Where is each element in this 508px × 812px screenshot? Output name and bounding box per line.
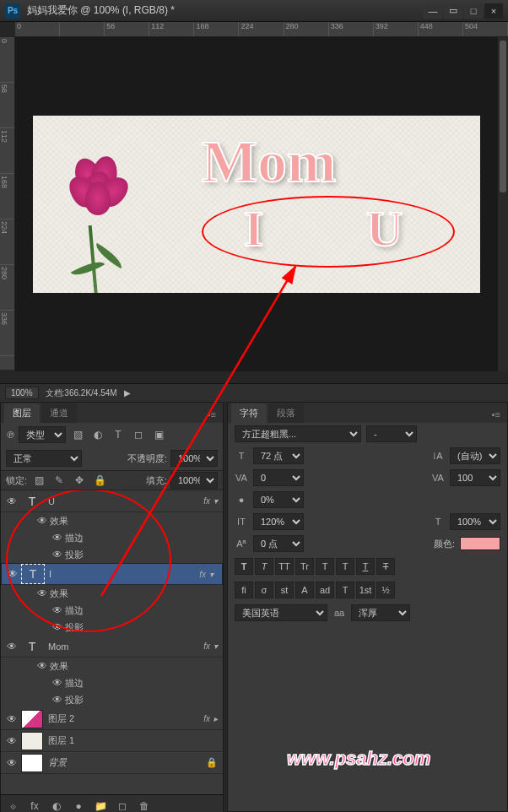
vertical-scrollbar[interactable]: [498, 37, 508, 371]
opacity-select[interactable]: 100%: [170, 450, 218, 467]
layer-name[interactable]: I: [44, 569, 199, 579]
lock-pos-icon[interactable]: ✥: [71, 473, 88, 488]
swash-btn[interactable]: A: [295, 582, 314, 598]
scale-select[interactable]: 0%: [253, 491, 304, 508]
strike-btn[interactable]: T: [376, 558, 395, 575]
layers-bottom-bar: ⟐ fx ◐ ● 📁 ◻ 🗑: [1, 794, 223, 812]
fill-select[interactable]: 100%: [170, 472, 218, 489]
titling-btn[interactable]: T: [336, 582, 354, 598]
layer-name[interactable]: 图层 2: [43, 712, 203, 725]
stylistic-btn[interactable]: ad: [316, 582, 334, 598]
visibility-icon[interactable]: 👁: [4, 735, 19, 747]
effect-shadow[interactable]: 👁投影: [1, 691, 223, 708]
hscale-icon: T: [431, 517, 445, 527]
vscale-select[interactable]: 120%: [253, 513, 304, 530]
visibility-icon[interactable]: 👁: [4, 757, 19, 769]
layer-u[interactable]: 👁 T U fx▾: [1, 490, 223, 512]
layer-name[interactable]: 图层 1: [43, 734, 223, 747]
app-logo: Ps: [5, 3, 20, 19]
baseline-select[interactable]: 0 点: [253, 535, 304, 552]
layer-name[interactable]: U: [43, 496, 203, 506]
layer-i[interactable]: 👁 T I fx▾: [1, 563, 223, 585]
opentype-row: fi σ st A ad T 1st ½: [228, 578, 507, 602]
close-button[interactable]: ×: [484, 3, 503, 19]
color-swatch[interactable]: [460, 537, 500, 550]
minimize-button[interactable]: —: [424, 3, 442, 19]
tab-character[interactable]: 字符: [231, 403, 267, 423]
allcaps-btn[interactable]: TT: [275, 558, 294, 575]
font-style-select[interactable]: -: [366, 425, 417, 442]
contextual-btn[interactable]: σ: [255, 582, 273, 598]
aa-icon: aa: [332, 608, 346, 618]
layer-1[interactable]: 👁 图层 1: [1, 730, 223, 752]
lock-all-icon[interactable]: 🔒: [91, 473, 108, 488]
new-layer-icon[interactable]: ◻: [114, 798, 131, 813]
effects-row[interactable]: 👁效果: [1, 658, 223, 674]
visibility-icon[interactable]: 👁: [5, 568, 20, 580]
tracking-select[interactable]: 100: [450, 469, 500, 486]
zoom-level[interactable]: 100%: [5, 387, 39, 399]
fx-icon[interactable]: fx: [26, 798, 43, 813]
filter-pixel-icon[interactable]: ▧: [69, 427, 86, 442]
smallcaps-btn[interactable]: Tr: [295, 558, 314, 575]
filter-adjust-icon[interactable]: ◐: [89, 427, 106, 442]
layer-2[interactable]: 👁 图层 2 fx▸: [1, 708, 223, 730]
workspace[interactable]: Mom I U: [15, 37, 498, 371]
kind-select[interactable]: 类型: [19, 426, 66, 443]
folder-icon[interactable]: 📁: [92, 798, 109, 813]
leading-select[interactable]: (自动): [450, 447, 500, 464]
mask-icon[interactable]: ◐: [48, 798, 65, 813]
blend-mode-select[interactable]: 正常: [6, 450, 82, 467]
filter-smart-icon[interactable]: ▣: [150, 427, 167, 442]
tab-channels[interactable]: 通道: [41, 403, 77, 423]
effects-row[interactable]: 👁效果: [1, 512, 223, 529]
ruler-vertical[interactable]: 056112168224280336: [0, 37, 15, 370]
link-layers-icon[interactable]: ⟐: [4, 798, 21, 813]
ruler-horizontal[interactable]: 056112168224280336392448504: [15, 22, 508, 37]
lock-pixel-icon[interactable]: ✎: [51, 473, 68, 488]
panel-menu-icon[interactable]: ▪≡: [485, 406, 507, 423]
visibility-icon[interactable]: 👁: [4, 495, 19, 507]
layer-bg[interactable]: 👁 背景 🔒: [1, 752, 223, 774]
language-select[interactable]: 美国英语: [235, 604, 327, 621]
maximize-button[interactable]: □: [464, 3, 483, 19]
color-label: 颜色:: [434, 538, 455, 550]
effect-stroke[interactable]: 👁描边: [1, 602, 223, 619]
filter-shape-icon[interactable]: ◻: [130, 427, 147, 442]
kerning-select[interactable]: 0: [253, 469, 304, 486]
adjustment-icon[interactable]: ●: [70, 798, 87, 813]
super-btn[interactable]: T: [316, 558, 334, 575]
hscale-select[interactable]: 100%: [450, 513, 500, 530]
italic-btn[interactable]: T: [255, 558, 273, 575]
effects-row[interactable]: 👁效果: [1, 585, 223, 602]
underline-btn[interactable]: T: [356, 558, 375, 575]
trash-icon[interactable]: 🗑: [136, 798, 153, 813]
visibility-icon[interactable]: 👁: [4, 641, 19, 652]
layer-list[interactable]: 👁 T U fx▾ 👁效果 👁描边 👁投影 👁 T I fx▾ 👁效果 👁描边 …: [1, 490, 223, 794]
status-arrow-icon[interactable]: ▶: [124, 388, 131, 398]
tab-paragraph[interactable]: 段落: [268, 403, 304, 423]
tab-layers[interactable]: 图层: [4, 403, 40, 423]
document[interactable]: Mom I U: [33, 116, 480, 293]
ordinal-btn[interactable]: 1st: [356, 582, 375, 598]
ligature-btn[interactable]: fi: [235, 582, 253, 598]
effect-shadow[interactable]: 👁投影: [1, 619, 223, 636]
font-size-select[interactable]: 72 点: [253, 447, 304, 464]
sub-btn[interactable]: T: [336, 558, 354, 575]
lock-trans-icon[interactable]: ▨: [30, 473, 47, 488]
fraction-btn[interactable]: ½: [376, 582, 395, 598]
discretionary-btn[interactable]: st: [275, 582, 294, 598]
effect-stroke[interactable]: 👁描边: [1, 529, 223, 546]
filter-type-icon[interactable]: T: [110, 427, 127, 442]
layer-name[interactable]: Mom: [43, 641, 203, 652]
layer-name[interactable]: 背景: [43, 756, 206, 769]
panel-menu-icon[interactable]: ▪≡: [201, 406, 223, 423]
font-family-select[interactable]: 方正超粗黑...: [235, 425, 361, 442]
visibility-icon[interactable]: 👁: [4, 713, 19, 725]
layer-mom[interactable]: 👁 T Mom fx▾: [1, 636, 223, 658]
effect-stroke[interactable]: 👁描边: [1, 674, 223, 691]
restore-button[interactable]: ▭: [444, 3, 462, 19]
antialias-select[interactable]: 浑厚: [351, 604, 410, 621]
bold-btn[interactable]: T: [235, 558, 253, 575]
effect-shadow[interactable]: 👁投影: [1, 546, 223, 563]
